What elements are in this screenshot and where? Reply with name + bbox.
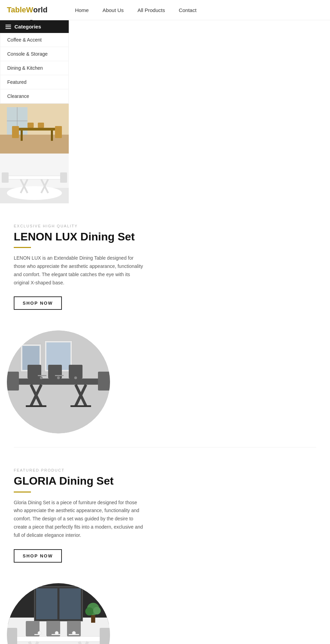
product-image-lenon: [0, 324, 330, 447]
svg-point-14: [7, 186, 62, 200]
main-nav: Home About Us All Products Contact: [75, 7, 196, 13]
nav-contact[interactable]: Contact: [179, 7, 197, 13]
product-tag-gloria: FEATURED PRODUCT: [14, 468, 227, 472]
product-image-gloria: [0, 576, 330, 644]
header: TableWorld Home About Us All Products Co…: [0, 0, 330, 20]
logo-world: orld: [33, 5, 48, 14]
logo-o: W: [26, 5, 33, 14]
hero-image-2: [0, 154, 69, 203]
svg-rect-37: [28, 365, 41, 379]
svg-rect-33: [26, 405, 46, 407]
page-wrapper: TableWorld Home About Us All Products Co…: [0, 0, 330, 644]
svg-rect-64: [100, 628, 110, 644]
hero-images: [0, 104, 69, 203]
product-title-lenon: LENON LUX Dining Set: [14, 231, 227, 243]
product-section-gloria: FEATURED PRODUCT GLORIA Dining Set Glori…: [0, 448, 241, 576]
svg-rect-28: [14, 379, 103, 385]
svg-rect-5: [17, 128, 55, 131]
left-column: Categories Coffee & Accent Console & Sto…: [0, 20, 69, 203]
svg-rect-9: [55, 126, 62, 138]
svg-point-42: [74, 376, 77, 379]
svg-rect-20: [2, 172, 9, 183]
svg-rect-50: [36, 588, 57, 619]
sidebar-item-dining[interactable]: Dining & Kitchen: [0, 61, 68, 75]
hero-svg-2: [0, 154, 69, 203]
hero-image-1: [0, 104, 69, 154]
svg-rect-51: [59, 588, 81, 619]
svg-rect-56: [12, 636, 108, 642]
hero-svg-1: [0, 104, 69, 154]
gold-divider-gloria: [14, 492, 31, 493]
product-desc-lenon: LENON LUX is an Extendable Dining Table …: [14, 254, 144, 287]
svg-rect-38: [48, 365, 62, 379]
svg-rect-36: [98, 372, 110, 391]
svg-rect-63: [7, 628, 17, 644]
svg-rect-10: [28, 123, 34, 128]
svg-rect-7: [51, 131, 53, 141]
circle-image-lenon: [7, 330, 110, 433]
logo[interactable]: TableWorld: [7, 5, 47, 14]
gloria-svg: [7, 583, 110, 644]
svg-point-72: [55, 631, 58, 635]
svg-point-40: [40, 376, 43, 379]
svg-point-55: [93, 607, 101, 614]
svg-rect-44: [55, 375, 64, 376]
svg-rect-8: [12, 126, 19, 138]
svg-rect-15: [7, 176, 62, 179]
sidebar-item-console[interactable]: Console & Storage: [0, 47, 68, 61]
svg-point-41: [57, 376, 60, 379]
svg-rect-11: [38, 123, 44, 128]
product-tag-lenon: Exclusive High Quality: [14, 224, 227, 228]
nav-about[interactable]: About Us: [102, 7, 124, 13]
svg-rect-43: [38, 375, 46, 376]
lenon-svg: [7, 330, 110, 433]
shop-now-button-gloria[interactable]: SHOP NOW: [14, 549, 62, 563]
svg-rect-6: [21, 131, 23, 141]
svg-point-73: [72, 631, 76, 635]
categories-bar[interactable]: Categories: [0, 20, 69, 33]
circle-image-gloria: [7, 583, 110, 644]
svg-rect-35: [7, 372, 19, 391]
sidebar-item-featured[interactable]: Featured: [0, 75, 68, 89]
hamburger-icon: [6, 25, 11, 29]
svg-point-71: [38, 631, 41, 635]
logo-table: Table: [7, 5, 26, 14]
svg-rect-34: [70, 405, 91, 407]
gold-divider-lenon: [14, 247, 31, 248]
sidebar-item-coffee[interactable]: Coffee & Accent: [0, 33, 68, 47]
svg-rect-21: [60, 172, 67, 183]
shop-now-button-lenon[interactable]: SHOP NOW: [14, 296, 62, 310]
product-section-lenon: Exclusive High Quality LENON LUX Dining …: [0, 203, 241, 324]
sidebar-item-clearance[interactable]: Clearance: [0, 89, 68, 103]
product-desc-gloria: Gloria Dining Set is a piece of furnitur…: [14, 499, 144, 540]
nav-home[interactable]: Home: [75, 7, 89, 13]
svg-point-54: [85, 607, 94, 615]
sidebar: Coffee & Accent Console & Storage Dining…: [0, 33, 69, 104]
product-title-gloria: GLORIA Dining Set: [14, 475, 227, 487]
categories-label: Categories: [14, 24, 41, 30]
nav-products[interactable]: All Products: [138, 7, 165, 13]
top-section: Categories Coffee & Accent Console & Sto…: [0, 20, 330, 203]
